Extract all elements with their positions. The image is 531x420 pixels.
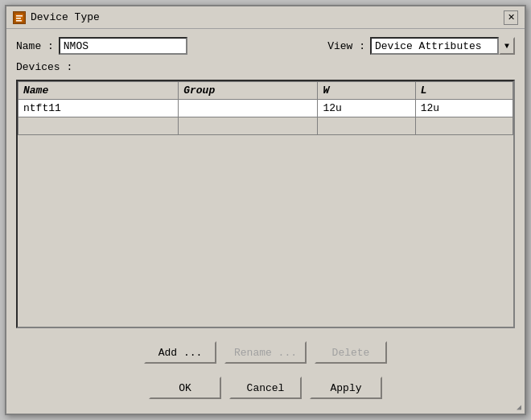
action-buttons-row: Add ... Rename ... Delete xyxy=(16,335,515,367)
name-field-group: Name : xyxy=(16,37,187,55)
devices-table: Name Group W L ntft11 12u 12u xyxy=(18,81,513,135)
rename-button[interactable]: Rename ... xyxy=(224,341,307,364)
title-bar-left: Device Type xyxy=(13,11,100,24)
cancel-button[interactable]: Cancel xyxy=(229,377,302,399)
col-header-group: Group xyxy=(179,82,318,100)
apply-button[interactable]: Apply xyxy=(310,377,382,399)
table-row[interactable] xyxy=(19,117,513,135)
col-header-l: L xyxy=(415,82,512,100)
delete-button[interactable]: Delete xyxy=(315,341,387,364)
devices-table-container[interactable]: Name Group W L ntft11 12u 12u xyxy=(16,80,515,328)
title-bar: Device Type ✕ xyxy=(6,6,525,29)
resize-handle-icon[interactable]: ◢ xyxy=(517,402,521,412)
dialog-icon xyxy=(13,11,26,24)
svg-rect-3 xyxy=(16,20,22,22)
cell-group-1 xyxy=(179,117,318,135)
view-field-group: View : ▼ xyxy=(327,37,515,55)
dialog-body: Name : View : ▼ Devices : Name Group xyxy=(6,29,525,414)
devices-label: Devices : xyxy=(16,61,72,73)
cell-l-1 xyxy=(415,117,512,135)
cell-group-0 xyxy=(179,100,318,117)
svg-rect-1 xyxy=(16,15,23,17)
device-type-dialog: Device Type ✕ Name : View : ▼ Devices : xyxy=(5,5,526,415)
devices-label-row: Devices : xyxy=(16,61,515,73)
col-header-w: W xyxy=(318,82,415,100)
close-button[interactable]: ✕ xyxy=(504,10,518,25)
table-header-row: Name Group W L xyxy=(19,82,513,100)
dialog-buttons-row: OK Cancel Apply xyxy=(16,373,515,406)
dialog-title: Device Type xyxy=(31,11,100,23)
view-select-wrapper: ▼ xyxy=(370,37,515,55)
form-top-row: Name : View : ▼ xyxy=(16,37,515,55)
cell-w-0: 12u xyxy=(318,100,415,117)
table-row[interactable]: ntft11 12u 12u xyxy=(19,100,513,117)
cell-name-1 xyxy=(19,117,179,135)
cell-l-0: 12u xyxy=(415,100,512,117)
add-button[interactable]: Add ... xyxy=(144,341,216,364)
view-label: View : xyxy=(327,40,365,52)
col-header-name: Name xyxy=(19,82,179,100)
ok-button[interactable]: OK xyxy=(149,377,221,399)
name-input[interactable] xyxy=(59,37,187,55)
view-input[interactable] xyxy=(370,37,499,55)
dropdown-arrow-icon[interactable]: ▼ xyxy=(499,37,515,55)
name-label: Name : xyxy=(16,40,54,52)
svg-rect-2 xyxy=(16,18,21,19)
cell-w-1 xyxy=(318,117,415,135)
cell-name-0: ntft11 xyxy=(19,100,179,117)
